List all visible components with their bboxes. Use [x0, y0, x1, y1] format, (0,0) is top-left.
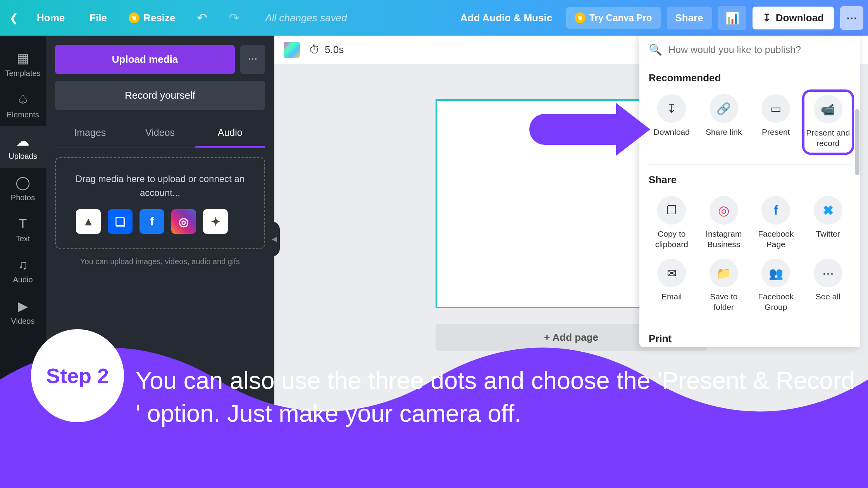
nav-text[interactable]: TText: [0, 209, 46, 250]
more-icon: ⋯: [814, 259, 842, 287]
option-email[interactable]: ✉ Email: [646, 254, 698, 317]
email-icon: ✉: [657, 259, 686, 287]
instagram-icon: ◎: [710, 196, 738, 225]
add-audio-music-button[interactable]: Add Audio & Music: [453, 12, 560, 24]
crown-icon: ♛: [575, 12, 586, 23]
share-grid: ❐ Copy to clipboard ◎ Instagram Business…: [639, 188, 860, 325]
publish-panel: 🔍 Recommended ↧ Download 🔗 Share link ▭ …: [639, 36, 860, 347]
nav-label: Audio: [13, 275, 33, 284]
option-share-link[interactable]: 🔗 Share link: [698, 89, 750, 155]
option-label: Twitter: [816, 229, 840, 239]
option-download[interactable]: ↧ Download: [646, 89, 698, 155]
resize-label: Resize: [143, 12, 175, 24]
top-bar: ❮ Home File ♛ Resize ↶ ↷ All changes sav…: [0, 0, 868, 36]
resize-button[interactable]: ♛ Resize: [121, 12, 183, 24]
insights-icon[interactable]: 📊: [718, 6, 746, 30]
download-icon: ↧: [657, 94, 686, 123]
option-label: See all: [816, 291, 840, 302]
option-label: Instagram Business: [699, 229, 749, 250]
option-label: Present: [762, 127, 790, 137]
option-copy-clipboard[interactable]: ❐ Copy to clipboard: [646, 191, 698, 254]
share-title: Share: [639, 166, 860, 188]
text-icon: T: [19, 216, 27, 231]
annotation-text: You can also use the three dots and choo…: [136, 364, 860, 430]
upload-tabs: Images Videos Audio: [55, 119, 265, 148]
color-swatch[interactable]: [284, 42, 300, 58]
nav-label: Videos: [11, 317, 35, 326]
download-button[interactable]: ↧ Download: [753, 7, 834, 29]
option-present[interactable]: ▭ Present: [750, 89, 802, 155]
file-menu[interactable]: File: [79, 12, 115, 24]
divider: [649, 164, 851, 165]
nav-videos[interactable]: ▶Videos: [0, 291, 46, 333]
drop-area[interactable]: Drag media here to upload or connect an …: [55, 157, 265, 249]
try-canva-pro-button[interactable]: ♛ Try Canva Pro: [566, 7, 660, 29]
crown-icon: ♛: [129, 12, 140, 23]
duration-value: 5.0s: [325, 44, 344, 56]
tab-audio[interactable]: Audio: [195, 119, 265, 148]
option-label: Facebook Page: [751, 229, 801, 250]
option-label: Save to folder: [699, 291, 749, 313]
nav-templates[interactable]: ▦Templates: [0, 43, 46, 85]
folder-icon: 📁: [710, 259, 738, 287]
audio-icon: ♫: [18, 257, 28, 272]
option-facebook-page[interactable]: f Facebook Page: [750, 191, 802, 254]
option-save-folder[interactable]: 📁 Save to folder: [698, 254, 750, 317]
step-label: Step 2: [46, 364, 109, 388]
option-facebook-group[interactable]: 👥 Facebook Group: [750, 254, 802, 317]
download-label: Download: [776, 12, 824, 24]
home-button[interactable]: Home: [29, 12, 72, 24]
dropbox-icon[interactable]: ❏: [108, 209, 133, 234]
download-icon: ↧: [763, 12, 771, 24]
nav-label: Templates: [5, 69, 40, 78]
more-icon[interactable]: ⋯: [840, 6, 863, 30]
publish-search-row: 🔍: [639, 36, 860, 64]
present-icon: ▭: [761, 94, 790, 123]
facebook-icon[interactable]: f: [140, 209, 164, 234]
nav-uploads[interactable]: ☁Uploads: [0, 126, 46, 168]
option-label: Present and record: [806, 127, 851, 149]
option-see-all[interactable]: ⋯ See all: [802, 254, 854, 317]
publish-search-input[interactable]: [668, 44, 851, 55]
photos-icon: ◯: [16, 175, 30, 190]
nav-photos[interactable]: ◯Photos: [0, 168, 46, 209]
top-right-actions: Add Audio & Music ♛ Try Canva Pro Share …: [453, 6, 863, 30]
redo-icon[interactable]: ↷: [221, 10, 247, 25]
nav-label: Uploads: [9, 152, 37, 161]
option-label: Email: [661, 291, 682, 302]
duration-control[interactable]: ⏱ 5.0s: [309, 43, 344, 56]
scrollbar[interactable]: [855, 109, 859, 175]
step-badge: Step 2: [31, 329, 124, 422]
upload-hint: You can upload images, videos, audio and…: [55, 257, 265, 266]
instagram-icon[interactable]: ◎: [171, 209, 196, 234]
annotation-arrow: [529, 114, 630, 145]
recommended-grid: ↧ Download 🔗 Share link ▭ Present 📹 Pres…: [639, 86, 860, 163]
collapse-panel-icon[interactable]: ◀: [269, 222, 280, 256]
drop-text: Drag media here to upload or connect an …: [64, 172, 256, 200]
option-instagram-business[interactable]: ◎ Instagram Business: [698, 191, 750, 254]
back-icon[interactable]: ❮: [5, 12, 23, 24]
share-button[interactable]: Share: [667, 7, 712, 29]
nav-label: Text: [16, 234, 30, 243]
nav-elements[interactable]: ♤Elements: [0, 85, 46, 126]
twitter-icon: ✖: [814, 196, 842, 225]
record-yourself-button[interactable]: Record yourself: [55, 81, 265, 110]
search-icon: 🔍: [649, 43, 662, 56]
tab-images[interactable]: Images: [55, 119, 125, 148]
uploads-icon: ☁: [16, 133, 29, 149]
google-photos-icon[interactable]: ✦: [203, 209, 228, 234]
google-drive-icon[interactable]: ▲: [76, 209, 101, 234]
upload-options-button[interactable]: ⋯: [240, 45, 265, 74]
tab-videos[interactable]: Videos: [125, 119, 195, 148]
facebook-group-icon: 👥: [761, 259, 790, 287]
option-label: Copy to clipboard: [647, 229, 696, 250]
upload-media-button[interactable]: Upload media: [55, 45, 235, 74]
option-twitter[interactable]: ✖ Twitter: [802, 191, 854, 254]
undo-icon[interactable]: ↶: [189, 10, 215, 25]
copy-icon: ❐: [657, 196, 686, 225]
nav-audio[interactable]: ♫Audio: [0, 250, 46, 291]
option-present-and-record[interactable]: 📹 Present and record: [802, 89, 854, 155]
templates-icon: ▦: [17, 50, 29, 66]
link-icon: 🔗: [710, 94, 738, 123]
recommended-title: Recommended: [639, 64, 860, 86]
